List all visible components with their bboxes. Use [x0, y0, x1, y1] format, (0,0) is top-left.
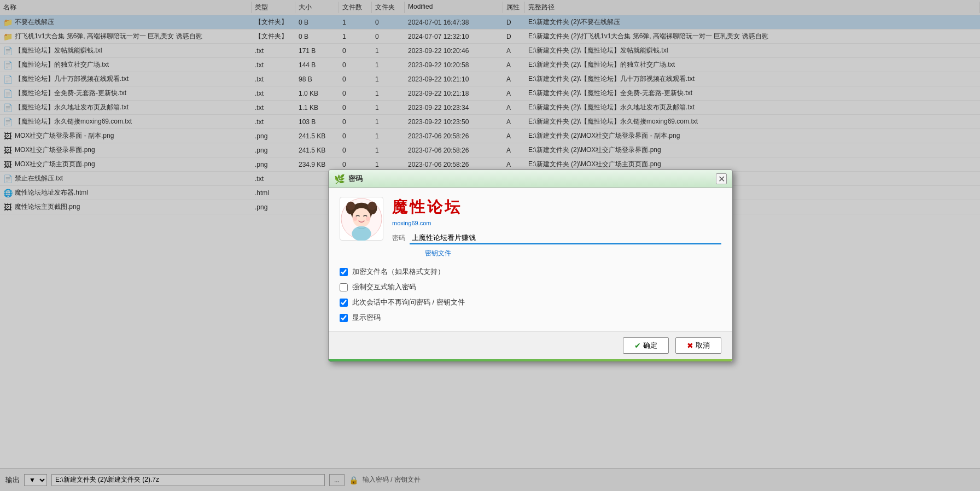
password-field-label: 密码: [392, 233, 405, 243]
password-dialog: 🌿 密码 ✕: [328, 169, 733, 362]
checkbox-row: 强制交互式输入密码: [340, 282, 721, 292]
forum-logo-title: 魔性论坛: [392, 197, 721, 218]
password-input[interactable]: [410, 232, 721, 244]
checkbox-label-0: 加密文件名（如果格式支持）: [352, 267, 445, 277]
dialog-title-text: 密码: [348, 174, 363, 184]
dialog-title: 🌿 密码: [334, 174, 363, 184]
dialog-titlebar: 🌿 密码 ✕: [329, 170, 732, 188]
checkbox-row: 显示密码: [340, 313, 721, 323]
dialog-body: 魔性论坛 moxing69.com 密码 密钥文件 加密文件名（如果格式支持） …: [329, 188, 732, 331]
logo-area: 魔性论坛 moxing69.com 密码 密钥文件: [392, 197, 721, 258]
forum-logo-subtitle: moxing69.com: [392, 220, 721, 226]
checkbox-section: 加密文件名（如果格式支持） 强制交互式输入密码 此次会话中不再询问密码 / 密钥…: [340, 267, 721, 323]
checkbox-3[interactable]: [340, 314, 348, 322]
checkbox-1[interactable]: [340, 283, 348, 291]
svg-point-8: [366, 217, 370, 221]
avatar-image: [340, 197, 383, 241]
dialog-close-button[interactable]: ✕: [716, 173, 727, 184]
avatar-area: [340, 197, 383, 241]
dialog-footer: ✔ 确定 ✖ 取消: [329, 331, 732, 359]
ok-check-icon: ✔: [634, 341, 641, 350]
checkbox-2[interactable]: [340, 299, 348, 307]
checkbox-row: 此次会话中不再询问密码 / 密钥文件: [340, 297, 721, 307]
checkbox-0[interactable]: [340, 268, 348, 276]
checkbox-label-3: 显示密码: [352, 313, 381, 323]
checkbox-row: 加密文件名（如果格式支持）: [340, 267, 721, 277]
cancel-button-label: 取消: [696, 341, 710, 350]
dialog-top-section: 魔性论坛 moxing69.com 密码 密钥文件: [340, 197, 721, 258]
key-file-link[interactable]: 密钥文件: [425, 249, 451, 257]
dialog-title-icon: 🌿: [334, 174, 345, 184]
cancel-button[interactable]: ✖ 取消: [675, 337, 721, 354]
dialog-green-accent-line: [329, 359, 732, 361]
ok-button[interactable]: ✔ 确定: [623, 337, 669, 354]
svg-point-4: [347, 202, 355, 211]
password-field-row: 密码: [392, 232, 721, 244]
avatar-svg: [340, 197, 383, 241]
checkbox-label-2: 此次会话中不再询问密码 / 密钥文件: [352, 297, 465, 307]
svg-point-5: [368, 202, 377, 211]
checkbox-label-1: 强制交互式输入密码: [352, 282, 416, 292]
dialog-overlay: 🌿 密码 ✕: [0, 0, 980, 491]
svg-point-7: [353, 217, 357, 221]
svg-point-9: [352, 226, 371, 241]
cancel-x-icon: ✖: [687, 341, 693, 350]
ok-button-label: 确定: [643, 341, 657, 350]
